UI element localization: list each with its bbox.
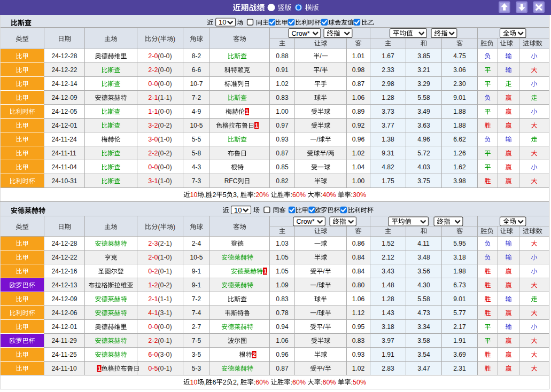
svg-text:): ): [173, 223, 175, 231]
svg-text:(3-1): (3-1): [158, 309, 172, 317]
svg-text:1.04: 1.04: [352, 163, 365, 171]
svg-text:5.95: 5.95: [453, 240, 466, 247]
svg-text:0.83: 0.83: [276, 94, 289, 101]
svg-text:1.62: 1.62: [453, 163, 466, 171]
svg-text:1.67: 1.67: [382, 52, 394, 60]
svg-text:0.85: 0.85: [276, 163, 289, 171]
svg-text:24-12-14: 24-12-14: [52, 80, 77, 88]
svg-text:2: 2: [252, 351, 255, 358]
svg-text:0.93: 0.93: [276, 136, 289, 143]
svg-text:1.06: 1.06: [352, 295, 365, 303]
svg-text:1.00: 1.00: [276, 108, 289, 115]
svg-text:5-5: 5-5: [192, 136, 201, 143]
svg-text:24-11-11: 24-11-11: [52, 150, 77, 157]
svg-text:Crow*: Crow*: [297, 218, 315, 225]
svg-text:(0-0): (0-0): [158, 163, 172, 171]
svg-text:(0-1): (0-1): [158, 365, 172, 372]
svg-text:6: 6: [213, 379, 216, 386]
svg-text:24-12-22: 24-12-22: [52, 66, 77, 74]
svg-text:2-4: 2-4: [192, 240, 201, 247]
svg-text:0.92: 0.92: [352, 122, 365, 129]
svg-text:3.56: 3.56: [417, 268, 430, 275]
svg-text:2-1: 2-1: [148, 94, 158, 101]
svg-text:2,: 2,: [233, 379, 238, 386]
svg-text:1-1: 1-1: [148, 108, 158, 115]
svg-text:1.26: 1.26: [453, 150, 466, 157]
svg-text:24-10-31: 24-10-31: [52, 177, 77, 185]
svg-text:3-5: 3-5: [192, 351, 201, 358]
svg-text:1: 1: [255, 122, 259, 129]
svg-text:24-12-01: 24-12-01: [52, 122, 77, 129]
svg-text:0.82: 0.82: [276, 177, 289, 185]
svg-text:24-12-16: 24-12-16: [52, 268, 77, 275]
svg-text:0.83: 0.83: [352, 337, 365, 344]
svg-text:24-12-06: 24-12-06: [52, 309, 77, 317]
svg-text:0-0: 0-0: [148, 80, 158, 88]
svg-text:9.01: 9.01: [453, 94, 466, 101]
svg-text:3.77: 3.77: [382, 122, 394, 129]
svg-text:3.97: 3.97: [382, 337, 394, 344]
svg-text:1.75: 1.75: [382, 177, 394, 185]
svg-text:0.96: 0.96: [276, 351, 289, 358]
svg-text:0.97: 0.97: [276, 122, 289, 129]
svg-text:6.62: 6.62: [453, 136, 466, 143]
svg-text:(0-0): (0-0): [158, 323, 172, 331]
svg-text:0.98: 0.98: [352, 66, 365, 74]
svg-text:9.01: 9.01: [453, 295, 466, 303]
svg-text:1: 1: [97, 365, 101, 372]
svg-text:2-2: 2-2: [148, 337, 158, 344]
svg-text:0.96: 0.96: [352, 136, 365, 143]
svg-text:0.78: 0.78: [276, 309, 289, 317]
svg-text:10-7: 10-7: [190, 80, 203, 88]
svg-text:1.06: 1.06: [352, 94, 365, 101]
svg-text:3.47: 3.47: [417, 365, 430, 372]
svg-text:5.77: 5.77: [453, 309, 466, 317]
svg-text:24-12-13: 24-12-13: [52, 281, 77, 289]
svg-text:0.83: 0.83: [276, 295, 289, 303]
svg-text:1.06: 1.06: [276, 337, 289, 344]
svg-text:3.58: 3.58: [417, 337, 430, 344]
svg-text:6-6: 6-6: [192, 66, 201, 74]
svg-text:4-3: 4-3: [192, 163, 201, 171]
svg-text:7-3: 7-3: [192, 177, 201, 185]
svg-text:7-2: 7-2: [192, 94, 201, 101]
svg-text:2-7: 2-7: [192, 323, 201, 331]
svg-text:3.18: 3.18: [382, 323, 394, 331]
svg-text:): ): [173, 35, 175, 43]
svg-text:3.85: 3.85: [417, 52, 430, 60]
svg-text:2: 2: [223, 379, 227, 386]
svg-text:1.12: 1.12: [352, 309, 365, 317]
svg-text:(1-0): (1-0): [158, 177, 172, 185]
svg-text:24-12-09: 24-12-09: [52, 295, 77, 303]
svg-text:8-2: 8-2: [192, 52, 201, 60]
svg-text:60%: 60%: [292, 379, 306, 386]
svg-text:0.89: 0.89: [352, 108, 365, 115]
svg-text:3.34: 3.34: [417, 323, 430, 331]
svg-text:24-12-09: 24-12-09: [52, 94, 77, 101]
svg-text:24-12-05: 24-12-05: [52, 108, 77, 115]
svg-text:4.75: 4.75: [453, 52, 466, 60]
svg-text:1.28: 1.28: [382, 295, 394, 303]
svg-text:5.58: 5.58: [417, 94, 430, 101]
svg-text:60%: 60%: [323, 379, 336, 386]
svg-text:4-9: 4-9: [192, 108, 201, 115]
svg-text:1.91: 1.91: [453, 337, 466, 344]
svg-text:10: 10: [234, 206, 242, 214]
svg-text:0-5: 0-5: [148, 365, 158, 372]
svg-text:3-0: 3-0: [148, 136, 158, 143]
svg-text:(3-0): (3-0): [158, 351, 172, 358]
svg-text:3.48: 3.48: [417, 254, 430, 261]
svg-text:0.93: 0.93: [352, 351, 365, 358]
svg-text:0-0: 0-0: [148, 323, 158, 331]
svg-text:3.69: 3.69: [453, 351, 466, 358]
svg-text:3,: 3,: [233, 191, 238, 199]
svg-text:30%: 30%: [353, 191, 366, 199]
svg-text:60%: 60%: [255, 379, 269, 386]
svg-text:(0-0): (0-0): [158, 80, 172, 88]
svg-text:60%: 60%: [292, 191, 306, 199]
svg-text:0.87: 0.87: [352, 80, 365, 88]
svg-text:10: 10: [190, 379, 198, 386]
svg-text:0.95: 0.95: [352, 323, 365, 331]
svg-text:24-11-25: 24-11-25: [52, 351, 77, 358]
svg-text:0-0: 0-0: [148, 163, 158, 171]
